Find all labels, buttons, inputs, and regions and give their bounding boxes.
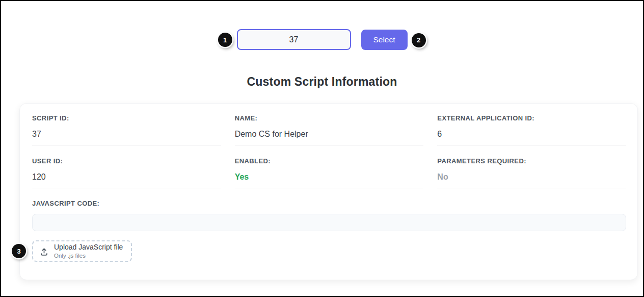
field-name: NAME: Demo CS for Helper xyxy=(235,114,424,145)
upload-button-text: Upload JavaScript file Only .js files xyxy=(54,243,123,259)
field-label: EXTERNAL APPLICATION ID: xyxy=(437,114,626,122)
field-user-id: USER ID: 120 xyxy=(32,157,221,188)
field-external-application-id: EXTERNAL APPLICATION ID: 6 xyxy=(437,114,626,145)
annotation-step-2-badge: 2 xyxy=(412,33,426,47)
field-label: ENABLED: xyxy=(235,157,424,165)
field-script-id: SCRIPT ID: 37 xyxy=(32,114,221,145)
annotation-step-3-badge: 3 xyxy=(12,244,26,258)
upload-icon xyxy=(40,247,48,256)
field-label: SCRIPT ID: xyxy=(32,114,221,122)
field-value: 6 xyxy=(437,130,626,145)
script-id-input[interactable] xyxy=(237,29,351,50)
custom-script-info-card: SCRIPT ID: 37 NAME: Demo CS for Helper E… xyxy=(19,103,638,280)
field-value: Demo CS for Helper xyxy=(235,130,424,145)
javascript-code-section: JAVASCRIPT CODE: xyxy=(32,200,626,231)
javascript-code-input[interactable] xyxy=(32,214,626,231)
field-value: No xyxy=(437,172,626,188)
fields-grid: SCRIPT ID: 37 NAME: Demo CS for Helper E… xyxy=(32,114,626,188)
page-title: Custom Script Information xyxy=(1,75,643,89)
upload-javascript-file-button[interactable]: Upload JavaScript file Only .js files xyxy=(32,240,132,262)
script-selector-bar: 1 Select 2 xyxy=(1,29,643,50)
upload-button-subtitle: Only .js files xyxy=(54,252,86,259)
select-button[interactable]: Select xyxy=(361,30,408,50)
annotation-step-1-badge: 1 xyxy=(218,33,232,47)
field-enabled: ENABLED: Yes xyxy=(235,157,424,188)
upload-button-title: Upload JavaScript file xyxy=(54,243,123,252)
field-label: NAME: xyxy=(235,114,424,122)
page: 1 Select 2 Custom Script Information SCR… xyxy=(0,0,644,297)
field-value: 120 xyxy=(32,172,221,188)
javascript-code-label: JAVASCRIPT CODE: xyxy=(32,200,626,207)
field-label: USER ID: xyxy=(32,157,221,165)
field-value: Yes xyxy=(235,172,424,188)
field-value: 37 xyxy=(32,130,221,145)
field-label: PARAMETERS REQUIRED: xyxy=(437,157,626,165)
field-parameters-required: PARAMETERS REQUIRED: No xyxy=(437,157,626,188)
